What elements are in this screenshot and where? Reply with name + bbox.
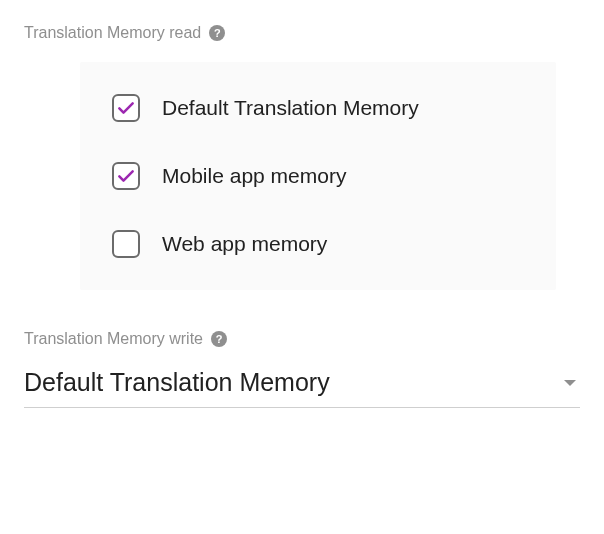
tm-read-item: Web app memory xyxy=(112,210,524,262)
checkbox-mobile-app-memory[interactable] xyxy=(112,162,140,190)
chevron-down-icon xyxy=(564,380,576,386)
tm-read-label: Translation Memory read ? xyxy=(24,24,580,42)
tm-write-select-wrapper: Default Translation Memory xyxy=(24,360,580,408)
checkbox-label: Default Translation Memory xyxy=(162,96,419,120)
checkbox-label: Web app memory xyxy=(162,232,327,256)
tm-read-item: Mobile app memory xyxy=(112,142,524,210)
help-icon[interactable]: ? xyxy=(209,25,225,41)
tm-read-item: Default Translation Memory xyxy=(112,90,524,142)
check-icon xyxy=(116,98,136,118)
tm-read-label-text: Translation Memory read xyxy=(24,24,201,42)
check-icon xyxy=(116,166,136,186)
tm-write-select-value: Default Translation Memory xyxy=(24,368,330,397)
tm-write-label: Translation Memory write ? xyxy=(24,330,580,348)
tm-read-panel: Default Translation Memory Mobile app me… xyxy=(80,62,556,290)
tm-write-select[interactable]: Default Translation Memory xyxy=(24,360,580,408)
checkbox-label: Mobile app memory xyxy=(162,164,346,188)
checkbox-default-tm[interactable] xyxy=(112,94,140,122)
tm-write-label-text: Translation Memory write xyxy=(24,330,203,348)
help-icon[interactable]: ? xyxy=(211,331,227,347)
checkbox-web-app-memory[interactable] xyxy=(112,230,140,258)
